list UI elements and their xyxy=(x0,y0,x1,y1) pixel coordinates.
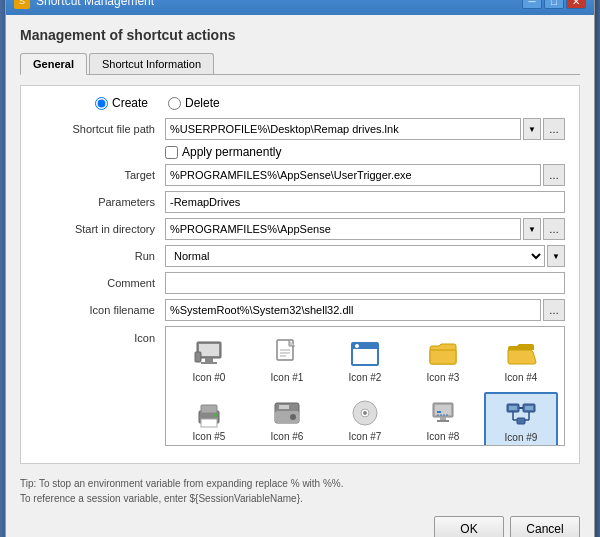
icon-item-3[interactable]: Icon #3 xyxy=(406,333,480,388)
icon-label: Icon xyxy=(35,326,165,344)
svg-point-11 xyxy=(355,344,359,348)
svg-rect-38 xyxy=(517,418,525,424)
target-input-group: … xyxy=(165,164,565,186)
apply-permanently-label: Apply permanently xyxy=(182,145,281,159)
icon-image-4 xyxy=(505,338,537,370)
icon-item-4[interactable]: Icon #4 xyxy=(484,333,558,388)
icon-image-5 xyxy=(193,397,225,429)
icon-image-7 xyxy=(349,397,381,429)
icon-label-2: Icon #2 xyxy=(349,372,382,383)
icon-label-7: Icon #7 xyxy=(349,431,382,442)
icon-image-9 xyxy=(505,398,537,430)
close-button[interactable]: ✕ xyxy=(566,0,586,9)
icon-label-1: Icon #1 xyxy=(271,372,304,383)
icon-grid-container[interactable]: Icon #0Icon #1Icon #2Icon #3Icon #4Icon … xyxy=(165,326,565,446)
icon-row: Icon Icon #0Icon #1Icon #2Icon #3Icon #4… xyxy=(35,326,565,446)
svg-rect-19 xyxy=(279,405,289,409)
svg-point-16 xyxy=(214,413,218,417)
svg-rect-2 xyxy=(205,358,213,362)
svg-rect-25 xyxy=(435,405,451,415)
cancel-button[interactable]: Cancel xyxy=(510,516,580,537)
maximize-button[interactable]: □ xyxy=(544,0,564,9)
shortcut-file-path-row: Shortcut file path ▼ … xyxy=(35,118,565,140)
icon-filename-label: Icon filename xyxy=(35,304,165,316)
svg-point-23 xyxy=(363,411,367,415)
radio-delete[interactable]: Delete xyxy=(168,96,220,110)
svg-rect-26 xyxy=(440,417,446,420)
page-title: Management of shortcut actions xyxy=(20,27,580,43)
start-in-directory-dropdown-btn[interactable]: ▼ xyxy=(523,218,541,240)
tip-line1: Tip: To stop an environment variable fro… xyxy=(20,478,344,489)
tip-area: Tip: To stop an environment variable fro… xyxy=(6,472,594,510)
icon-filename-row: Icon filename … xyxy=(35,299,565,321)
icon-filename-browse-btn[interactable]: … xyxy=(543,299,565,321)
icon-image-1 xyxy=(271,338,303,370)
start-in-directory-input[interactable] xyxy=(165,218,521,240)
tip-line2: To reference a session variable, enter $… xyxy=(20,493,303,504)
icon-filename-input[interactable] xyxy=(165,299,541,321)
svg-point-20 xyxy=(290,414,296,420)
icon-item-8[interactable]: Icon #8 xyxy=(406,392,480,446)
icon-image-2 xyxy=(349,338,381,370)
icon-image-0 xyxy=(193,338,225,370)
icon-label-5: Icon #5 xyxy=(193,431,226,442)
icon-item-6[interactable]: Icon #6 xyxy=(250,392,324,446)
icon-filename-input-group: … xyxy=(165,299,565,321)
icon-label-9: Icon #9 xyxy=(505,432,538,443)
target-label: Target xyxy=(35,169,165,181)
main-window: S Shortcut Management ─ □ ✕ Management o… xyxy=(5,0,595,537)
target-row: Target … xyxy=(35,164,565,186)
svg-rect-27 xyxy=(437,420,449,422)
svg-rect-33 xyxy=(525,406,533,410)
icon-image-6 xyxy=(271,397,303,429)
shortcut-file-path-input-group: ▼ … xyxy=(165,118,565,140)
tab-bar: General Shortcut Information xyxy=(20,53,580,75)
icon-item-1[interactable]: Icon #1 xyxy=(250,333,324,388)
target-input[interactable] xyxy=(165,164,541,186)
icon-item-2[interactable]: Icon #2 xyxy=(328,333,402,388)
shortcut-file-path-label: Shortcut file path xyxy=(35,123,165,135)
comment-row: Comment xyxy=(35,272,565,294)
parameters-row: Parameters xyxy=(35,191,565,213)
run-dropdown-btn[interactable]: ▼ xyxy=(547,245,565,267)
shortcut-path-browse-btn[interactable]: … xyxy=(543,118,565,140)
icon-item-0[interactable]: Icon #0 xyxy=(172,333,246,388)
tab-shortcut-information[interactable]: Shortcut Information xyxy=(89,53,214,74)
run-select-group: Normal Minimized Maximized ▼ xyxy=(165,245,565,267)
icon-label-4: Icon #4 xyxy=(505,372,538,383)
svg-rect-14 xyxy=(201,405,217,413)
window-icon: S xyxy=(14,0,30,9)
svg-rect-12 xyxy=(430,350,456,364)
run-select[interactable]: Normal Minimized Maximized xyxy=(165,245,545,267)
start-in-directory-browse-btn[interactable]: … xyxy=(543,218,565,240)
form-area: Create Delete Shortcut file path ▼ … xyxy=(20,85,580,464)
icon-label-6: Icon #6 xyxy=(271,431,304,442)
icon-item-7[interactable]: Icon #7 xyxy=(328,392,402,446)
icon-item-9[interactable]: Icon #9 xyxy=(484,392,558,446)
svg-rect-4 xyxy=(195,352,201,362)
tab-general[interactable]: General xyxy=(20,53,87,75)
comment-label: Comment xyxy=(35,277,165,289)
window-controls: ─ □ ✕ xyxy=(522,0,586,9)
minimize-button[interactable]: ─ xyxy=(522,0,542,9)
run-row: Run Normal Minimized Maximized ▼ xyxy=(35,245,565,267)
apply-permanently-row: Apply permanently xyxy=(165,145,565,159)
parameters-input[interactable] xyxy=(165,191,565,213)
start-in-directory-label: Start in directory xyxy=(35,223,165,235)
icon-item-5[interactable]: Icon #5 xyxy=(172,392,246,446)
radio-create[interactable]: Create xyxy=(95,96,148,110)
ok-button[interactable]: OK xyxy=(434,516,504,537)
window-title: Shortcut Management xyxy=(36,0,154,8)
icon-image-8 xyxy=(427,397,459,429)
shortcut-path-dropdown-btn[interactable]: ▼ xyxy=(523,118,541,140)
title-bar: S Shortcut Management ─ □ ✕ xyxy=(6,0,594,15)
start-in-directory-row: Start in directory ▼ … xyxy=(35,218,565,240)
apply-permanently-checkbox[interactable] xyxy=(165,146,178,159)
parameters-label: Parameters xyxy=(35,196,165,208)
shortcut-file-path-input[interactable] xyxy=(165,118,521,140)
target-browse-btn[interactable]: … xyxy=(543,164,565,186)
icon-label-0: Icon #0 xyxy=(193,372,226,383)
start-in-directory-input-group: ▼ … xyxy=(165,218,565,240)
icon-label-3: Icon #3 xyxy=(427,372,460,383)
comment-input[interactable] xyxy=(165,272,565,294)
